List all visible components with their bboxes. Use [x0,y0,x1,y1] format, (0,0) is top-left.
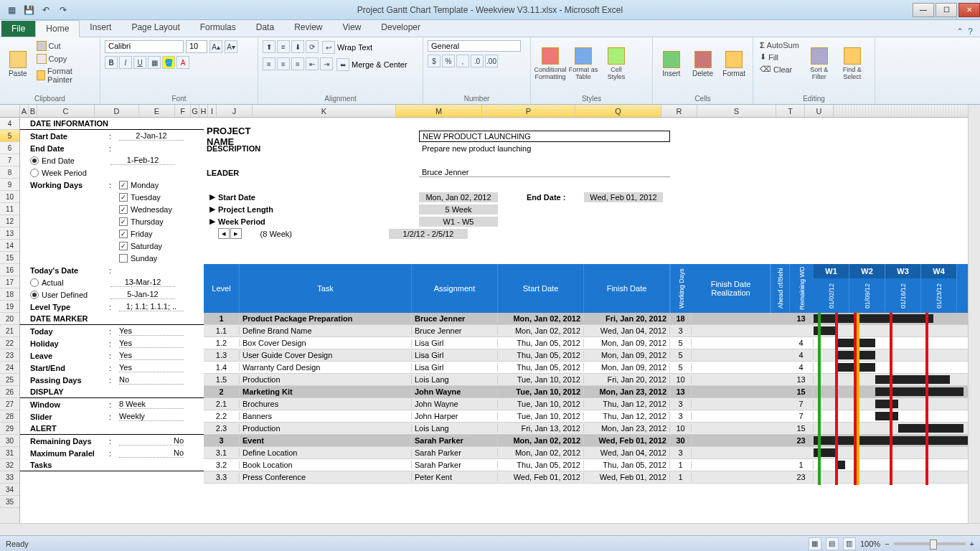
underline-button[interactable]: U [133,56,146,69]
gantt-row[interactable]: 1.5 Production Lois Lang Tue, Jan 10, 20… [204,374,980,386]
column-header-B[interactable]: B [29,105,37,117]
row-header-35[interactable]: 35 [0,496,19,508]
align-center-icon[interactable]: ≡ [277,57,290,70]
find-select-button[interactable]: Find & Select [837,40,867,88]
column-header-E[interactable]: E [139,105,175,117]
tab-home[interactable]: Home [35,20,80,37]
clear-button[interactable]: ⌫Clear [758,64,801,75]
day-check-3[interactable] [119,217,128,226]
orientation-icon[interactable]: ⟳ [306,40,319,53]
minimize-ribbon-icon[interactable]: ⌃ [956,27,963,37]
end-date-radio[interactable] [30,156,39,165]
fill-button[interactable]: ⬇Fill [758,52,801,62]
maximize-button[interactable]: ☐ [936,3,957,17]
row-header-12[interactable]: 12 [0,215,19,227]
gantt-row[interactable]: 3.1 Define Location Sarah Parker Mon, Ja… [204,447,980,459]
conditional-formatting-button[interactable]: Conditional Formatting [535,40,565,88]
day-check-mon[interactable] [119,181,128,189]
fill-color-button[interactable]: 🪣 [162,56,175,69]
row-header-6[interactable]: 6 [0,142,19,154]
row-header-13[interactable]: 13 [0,227,19,240]
horizontal-scrollbar[interactable] [0,523,980,535]
gantt-row[interactable]: 3 Event Sarah Parker Mon, Jan 02, 2012 W… [204,435,980,447]
decrease-indent-icon[interactable]: ⇤ [306,57,319,70]
merge-center-button[interactable]: ⬌Merge & Center [334,57,410,72]
format-painter-button[interactable]: Format Painter [34,66,96,85]
column-header-T[interactable]: T [776,105,805,117]
column-header-C[interactable]: C [37,105,95,117]
column-header-M[interactable]: M [396,105,482,117]
column-header-H[interactable]: H [199,105,208,117]
zoom-out-button[interactable]: − [885,540,889,548]
view-normal-icon[interactable]: ▦ [809,537,821,550]
vertical-scrollbar[interactable] [968,105,980,523]
row-header-11[interactable]: 11 [0,203,19,215]
view-layout-icon[interactable]: ▤ [826,537,839,550]
row-header-25[interactable]: 25 [0,374,19,386]
row-header-30[interactable]: 30 [0,435,19,447]
tab-data[interactable]: Data [246,19,284,37]
row-header-16[interactable]: 16 [0,264,19,276]
row-header-22[interactable]: 22 [0,337,19,349]
column-header-P[interactable]: P [482,105,575,117]
day-check-1[interactable] [119,193,128,202]
align-right-icon[interactable]: ≡ [291,57,304,70]
row-header-4[interactable]: 4 [0,118,19,130]
row-header-9[interactable]: 9 [0,179,19,191]
decrease-font-icon[interactable]: A▾ [225,40,237,53]
row-header-19[interactable]: 19 [0,301,19,313]
column-header-U[interactable]: U [805,105,834,117]
column-header-J[interactable]: J [217,105,253,117]
tab-review[interactable]: Review [284,19,332,37]
row-header-7[interactable]: 7 [0,154,19,166]
row-header-28[interactable]: 28 [0,410,19,423]
nav-prev-button[interactable]: ◂ [218,228,230,239]
column-header-G[interactable]: G [191,105,199,117]
column-header-I[interactable]: I [208,105,217,117]
tab-developer[interactable]: Developer [371,19,430,37]
border-button[interactable]: ▦ [148,56,161,69]
column-header-K[interactable]: K [253,105,396,117]
gantt-row[interactable]: 1.4 Warranty Card Design Lisa Girl Thu, … [204,362,980,374]
zoom-slider[interactable] [894,542,966,545]
bold-button[interactable]: B [105,56,118,69]
cut-button[interactable]: Cut [34,40,96,52]
gantt-row[interactable]: 2.3 Production Lois Lang Fri, Jan 13, 20… [204,423,980,435]
increase-decimal-icon[interactable]: .0 [471,55,484,67]
minimize-button[interactable]: — [913,3,934,17]
column-header-R[interactable]: R [661,105,697,117]
column-header-D[interactable]: D [95,105,139,117]
wrap-text-button[interactable]: ↩Wrap Text [320,40,374,55]
day-check-6[interactable] [119,254,128,263]
row-header-23[interactable]: 23 [0,349,19,362]
decrease-decimal-icon[interactable]: .00 [485,55,498,67]
column-header-F[interactable]: F [175,105,191,117]
actual-radio[interactable] [30,278,39,287]
align-left-icon[interactable]: ≡ [263,57,275,70]
zoom-in-button[interactable]: + [970,540,974,548]
column-header-A[interactable]: A [20,105,29,117]
row-header-24[interactable]: 24 [0,362,19,374]
insert-cells-button[interactable]: Insert [657,40,686,88]
format-cells-button[interactable]: Format [720,40,748,88]
close-button[interactable]: ✕ [958,3,980,17]
paste-button[interactable]: Paste [4,40,32,88]
zoom-level[interactable]: 100% [860,540,880,548]
redo-icon[interactable]: ↷ [56,3,70,17]
row-header-31[interactable]: 31 [0,447,19,459]
column-header-Q[interactable]: Q [575,105,661,117]
day-check-5[interactable] [119,242,128,250]
align-top-icon[interactable]: ⬆ [263,40,275,53]
gantt-row[interactable]: 2.2 Banners John Harper Tue, Jan 10, 201… [204,410,980,423]
day-check-4[interactable] [119,230,128,238]
delete-cells-button[interactable]: Delete [689,40,717,88]
row-header-27[interactable]: 27 [0,398,19,410]
row-header-20[interactable]: 20 [0,313,19,325]
row-header-32[interactable]: 32 [0,459,19,471]
row-header-10[interactable]: 10 [0,191,19,203]
row-header-18[interactable]: 18 [0,288,19,301]
column-header-S[interactable]: S [697,105,776,117]
file-tab[interactable]: File [1,21,35,37]
gantt-row[interactable]: 2.1 Brochures John Wayne Tue, Jan 10, 20… [204,398,980,410]
row-header-21[interactable]: 21 [0,325,19,337]
